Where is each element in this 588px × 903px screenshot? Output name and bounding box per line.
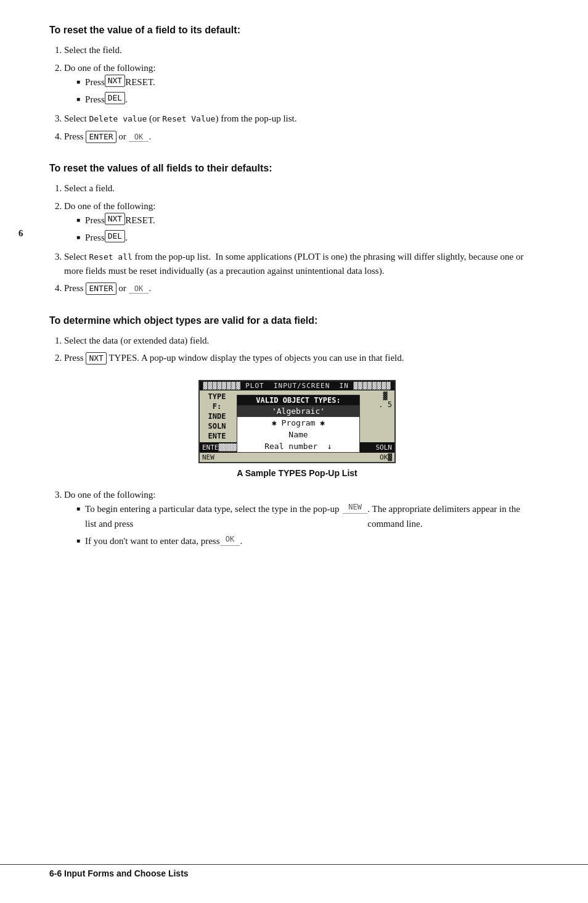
step-1: Select the field. <box>64 43 545 57</box>
section-heading-valid-types: To determine which object types are vali… <box>49 315 545 326</box>
step-4-all: Press ENTER or OK . <box>64 281 545 295</box>
spacer <box>246 453 348 461</box>
key-del-2: DEL <box>105 230 125 242</box>
mono-reset-value: Reset Value <box>162 114 215 123</box>
mono-reset-all: Reset all <box>89 252 132 262</box>
popup-item-real: Real number ↓ <box>237 440 359 452</box>
section-reset-all: To reset the values of all fields to the… <box>49 163 545 295</box>
key-nxt-2: NXT <box>105 213 125 225</box>
bullet-list-2: Press NXT RESET. Press DEL. <box>76 213 545 245</box>
softkey-ok-3: OK <box>220 534 240 546</box>
step-3-do-one: Do one of the following: To begin enteri… <box>64 488 545 549</box>
bullet-del-2: Press DEL. <box>76 230 545 245</box>
bottom-right-label: SOLN <box>376 443 393 452</box>
section-valid-types: To determine which object types are vali… <box>49 315 545 549</box>
key-del: DEL <box>105 92 125 104</box>
key-nxt-3: NXT <box>86 352 106 365</box>
key-enter-2: ENTER <box>86 282 116 295</box>
steps-reset-single: Select the field. Do one of the followin… <box>64 43 545 143</box>
bullet-list-3: To begin entering a particular data type… <box>76 501 545 548</box>
bullet-del: Press DEL. <box>76 92 545 107</box>
step-2: Do one of the following: Press NXT RESET… <box>64 199 545 245</box>
steps-valid-types: Select the data (or extended data) field… <box>64 334 545 365</box>
step-3-all: Select Reset all from the pop-up list. I… <box>64 250 545 278</box>
bullet-list-1: Press NXT RESET. Press DEL. <box>76 75 545 107</box>
steps-reset-all: Select a field. Do one of the following:… <box>64 181 545 295</box>
section-heading-reset-all: To reset the values of all fields to the… <box>49 163 545 174</box>
ente-label: ENTE <box>205 432 229 440</box>
screen-bottom-light: NEW OK▓ <box>200 453 394 462</box>
step-1: Select a field. <box>64 181 545 196</box>
section-heading-reset-single: To reset the value of a field to its def… <box>49 25 545 36</box>
screen-image-container: ▓▓▓▓▓▓▓▓ PLOT INPUT/SCREEN IN ▓▓▓▓▓▓▓▓ T… <box>49 380 545 463</box>
popup-item-algebraic: 'Algebraic' <box>237 405 359 417</box>
softkey-ok-2: OK <box>129 284 149 294</box>
page-number-left: 6 <box>18 228 23 239</box>
inde-label: INDE <box>205 412 229 421</box>
footer-text: 6-6 Input Forms and Choose Lists <box>49 868 189 878</box>
popup-item-name: Name <box>237 429 359 440</box>
softkey-new: NEW <box>343 501 367 514</box>
calculator-screen: ▓▓▓▓▓▓▓▓ PLOT INPUT/SCREEN IN ▓▓▓▓▓▓▓▓ T… <box>198 380 396 463</box>
step-press-nxt-types: Press NXT TYPES. A pop-up window display… <box>64 351 545 365</box>
right-val-1: ▓ <box>378 392 392 400</box>
mono-delete-value: Delete value <box>89 114 147 123</box>
type-label: TYPE <box>205 392 229 401</box>
ok-btn: OK▓ <box>380 453 392 461</box>
step-3: Select Delete value (or Reset Value) fro… <box>64 112 545 126</box>
right-val-3: . 5 <box>378 400 392 409</box>
softkey-ok: OK <box>129 133 149 142</box>
soln-label: SOLN <box>205 422 229 431</box>
key-nxt: NXT <box>105 75 125 87</box>
step-select-data: Select the data (or extended data) field… <box>64 334 545 348</box>
screen-caption: A Sample TYPES Pop-Up List <box>49 468 545 478</box>
footer: 6-6 Input Forms and Choose Lists <box>0 864 588 878</box>
step-4: Press ENTER or OK . <box>64 130 545 144</box>
popup-title: VALID OBJECT TYPES: <box>237 395 359 405</box>
key-enter: ENTER <box>86 131 116 143</box>
popup-item-program: ✱ Program ✱ <box>237 417 359 429</box>
screen-header: ▓▓▓▓▓▓▓▓ PLOT INPUT/SCREEN IN ▓▓▓▓▓▓▓▓ <box>200 381 394 390</box>
bullet-nxt-reset-2: Press NXT RESET. <box>76 213 545 228</box>
section-reset-single: To reset the value of a field to its def… <box>49 25 545 143</box>
screen-right-values: ▓ . 5 <box>376 392 392 409</box>
steps-after-image: Do one of the following: To begin enteri… <box>64 488 545 549</box>
bullet-ok: If you don't want to enter data, press O… <box>76 534 545 548</box>
new-btn: NEW <box>202 453 214 461</box>
bullet-nxt-reset: Press NXT RESET. <box>76 75 545 89</box>
step-2: Do one of the following: Press NXT RESET… <box>64 61 545 107</box>
f-label: F: <box>205 402 229 411</box>
bullet-new: To begin entering a particular data type… <box>76 501 545 531</box>
popup-overlay: VALID OBJECT TYPES: 'Algebraic' ✱ Progra… <box>237 395 360 453</box>
